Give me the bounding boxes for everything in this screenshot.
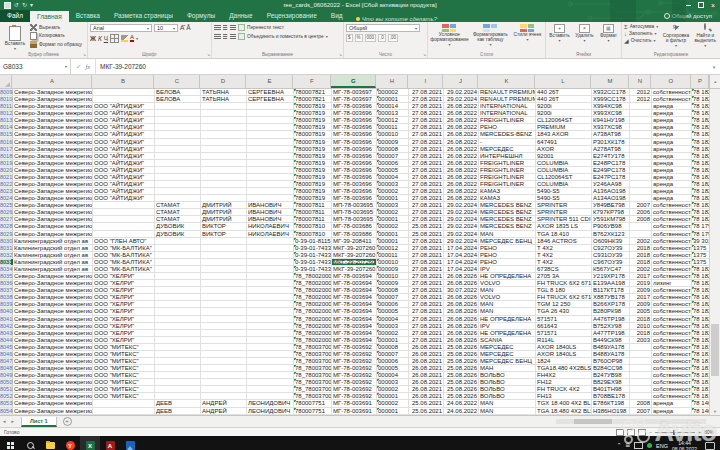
- cell-I8010[interactable]: 27.08.2021: [409, 96, 444, 102]
- cell-O8013[interactable]: аренда: [652, 117, 692, 123]
- cell-G8013[interactable]: МГ-78-003696: [332, 117, 377, 123]
- column-header-D[interactable]: D: [200, 75, 246, 88]
- cell-P8015[interactable]: 78 1827: [692, 131, 710, 137]
- cell-M8044[interactable]: В449СК98: [592, 337, 630, 343]
- align-top-icon[interactable]: [214, 25, 221, 30]
- cell-C8014[interactable]: [155, 124, 201, 130]
- cell-L8020[interactable]: COLUMBIA: [536, 167, 592, 173]
- cell-M8042[interactable]: В752ХУ98: [592, 323, 630, 329]
- cell-F8042[interactable]: 78_780020002: [294, 323, 332, 329]
- clear-button[interactable]: ◢Очистить▾: [624, 38, 659, 44]
- cell-L8017[interactable]: AXOR: [536, 146, 592, 152]
- clipboard-dialog-launcher[interactable]: ↘: [83, 53, 86, 57]
- cell-A8017[interactable]: Северо-Западное межрегио: [13, 146, 93, 152]
- cell-F8021[interactable]: 780007819: [294, 174, 332, 180]
- cell-P8033[interactable]: 1375: [692, 259, 710, 265]
- cell-G8039[interactable]: МГ-78-003694: [332, 301, 377, 307]
- cell-C8013[interactable]: [155, 117, 201, 123]
- cell-N8034[interactable]: 2002: [630, 266, 652, 272]
- cell-N8035[interactable]: 2017: [630, 273, 652, 279]
- cell-M8009[interactable]: Х932СС178: [592, 89, 630, 95]
- cell-E8037[interactable]: [247, 287, 294, 293]
- cell-P8040[interactable]: 78 1821: [692, 308, 710, 314]
- cell-G8015[interactable]: МГ-78-003696: [332, 131, 377, 137]
- cell-C8029[interactable]: ДУБОВИК: [155, 231, 201, 237]
- cell-B8046[interactable]: ООО "МИТЕКС": [93, 351, 155, 357]
- align-center-icon[interactable]: [223, 34, 228, 39]
- cell-I8027[interactable]: 27.08.2021: [409, 216, 444, 222]
- row-header-8045[interactable]: 8045: [0, 344, 13, 350]
- cell-N8025[interactable]: 2007: [630, 202, 652, 208]
- cell-A8012[interactable]: Северо-Западное межрегио: [13, 110, 93, 116]
- cell-P8047[interactable]: 78 1819: [692, 358, 710, 364]
- cell-O8034[interactable]: собственность: [652, 266, 692, 272]
- comma-style-button[interactable]: 000: [365, 34, 377, 42]
- display-tray-icon[interactable]: [634, 442, 643, 449]
- cell-N8016[interactable]: [630, 139, 652, 145]
- cell-D8045[interactable]: [201, 344, 247, 350]
- cell-C8044[interactable]: [155, 337, 201, 343]
- cell-K8015[interactable]: MERCEDES-BENZ: [479, 131, 536, 137]
- cell-G8022[interactable]: МГ-78-003696: [332, 181, 377, 187]
- row-header-8040[interactable]: 8040: [0, 308, 13, 314]
- row-header-8050[interactable]: 8050: [0, 379, 13, 385]
- excel-taskbar-button[interactable]: X: [80, 436, 100, 450]
- cell-O8024[interactable]: аренда: [652, 195, 692, 201]
- row-header-8009[interactable]: 8009: [0, 89, 13, 95]
- cell-D8035[interactable]: [201, 273, 247, 279]
- row-header-8029[interactable]: 8029: [0, 231, 13, 237]
- cell-E8016[interactable]: [247, 139, 294, 145]
- conditional-formatting-button[interactable]: Условное форматирование▾: [430, 24, 469, 51]
- cell-P8037[interactable]: 78 1821: [692, 287, 710, 293]
- cell-O8054[interactable]: аренда: [652, 408, 692, 414]
- cell-D8020[interactable]: [201, 167, 247, 173]
- cell-C8036[interactable]: [155, 280, 201, 286]
- vertical-scrollbar[interactable]: ▼: [709, 89, 720, 415]
- cell-H8043[interactable]: 000002: [377, 330, 409, 336]
- cell-J8054[interactable]: 24.06.2022: [444, 408, 479, 414]
- cell-L8044[interactable]: R114L: [536, 337, 592, 343]
- cell-K8050[interactable]: ВОЛЬВО: [479, 379, 536, 385]
- normal-view-button[interactable]: [616, 429, 624, 436]
- cell-H8010[interactable]: 000001: [377, 96, 409, 102]
- cell-A8028[interactable]: Северо-Западное межрегио: [13, 223, 93, 229]
- cell-I8048[interactable]: 26.08.2021: [409, 365, 444, 371]
- row-header-8028[interactable]: 8028: [0, 223, 13, 229]
- cell-H8026[interactable]: 000002: [377, 209, 409, 215]
- cell-A8034[interactable]: Калининградский отдел ав: [13, 266, 93, 272]
- font-dialog-launcher[interactable]: ↘: [207, 53, 210, 57]
- cell-D8024[interactable]: [201, 195, 247, 201]
- cell-P8042[interactable]: 78 1821: [692, 323, 710, 329]
- cell-J8033[interactable]: 17.04.2024: [444, 259, 479, 265]
- cell-N8043[interactable]: 2018: [630, 330, 652, 336]
- cell-N8022[interactable]: [630, 181, 652, 187]
- merge-center-button[interactable]: Объединить и поместить в центре▾: [238, 33, 328, 40]
- cell-O8041[interactable]: собственность: [652, 316, 692, 322]
- cell-N8009[interactable]: 2012: [630, 89, 652, 95]
- cell-G8019[interactable]: МГ-78-003696: [332, 160, 377, 166]
- cell-F8014[interactable]: 780007819: [294, 124, 332, 130]
- paste-button[interactable]: Вставить▾: [2, 24, 28, 51]
- cell-G8043[interactable]: МГ-78-003694: [332, 330, 377, 336]
- tab-data[interactable]: Данные: [222, 10, 259, 22]
- cell-O8039[interactable]: собственность: [652, 301, 692, 307]
- row-header-8032[interactable]: 8032: [0, 252, 13, 258]
- cell-K8036[interactable]: VOLVO: [479, 280, 536, 286]
- cell-J8037[interactable]: 30.07.2022: [444, 287, 479, 293]
- wrap-text-button[interactable]: Перенести текст: [238, 24, 284, 31]
- cell-K8049[interactable]: ВОЛЬВО: [479, 372, 536, 378]
- cell-C8052[interactable]: [155, 393, 201, 399]
- cell-A8032[interactable]: Калининградский отдел ав: [13, 252, 93, 258]
- cell-P8034[interactable]: 78 1821: [692, 266, 710, 272]
- cell-H8034[interactable]: 000009: [377, 266, 409, 272]
- cell-O8027[interactable]: собственность: [652, 216, 692, 222]
- cell-K8039[interactable]: MAN: [479, 301, 536, 307]
- cell-J8035[interactable]: 26.08.2026: [444, 273, 479, 279]
- row-header-8012[interactable]: 8012: [0, 110, 13, 116]
- cell-O8009[interactable]: собственность: [652, 89, 692, 95]
- cell-P8035[interactable]: 78 1821: [692, 273, 710, 279]
- cell-O8047[interactable]: собственность: [652, 358, 692, 364]
- cell-A8036[interactable]: Северо-Западное межрегио: [13, 280, 93, 286]
- cell-C8020[interactable]: [155, 167, 201, 173]
- cell-P8038[interactable]: 78 1821: [692, 294, 710, 300]
